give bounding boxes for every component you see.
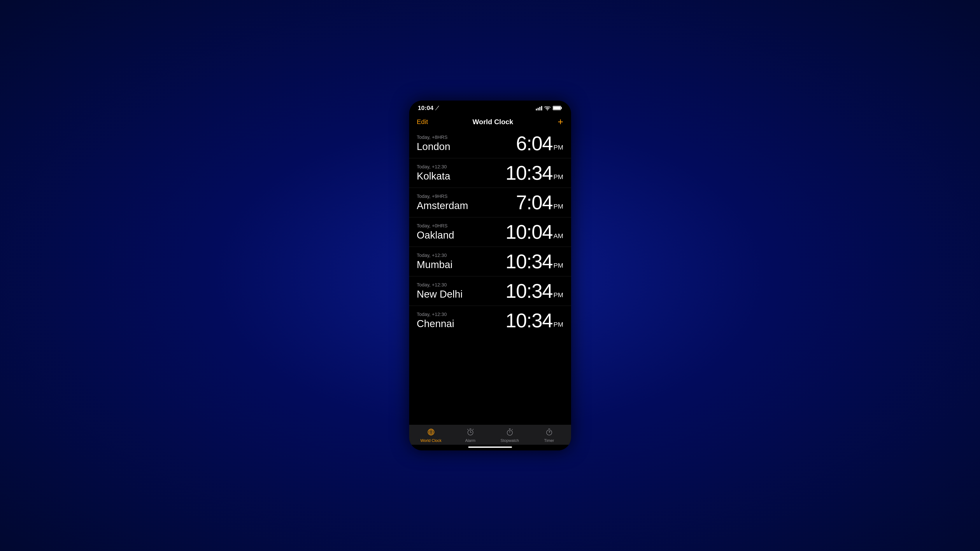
status-icons	[536, 106, 562, 110]
chennai-timezone: Today, +12:30	[417, 311, 454, 317]
tab-alarm[interactable]: Alarm	[451, 428, 490, 443]
amsterdam-ampm: PM	[554, 203, 563, 210]
clock-item-newdelhi: Today, +12:30 New Delhi 10:34 PM	[409, 276, 571, 306]
world-clock-icon	[427, 428, 435, 437]
svg-line-17	[512, 429, 513, 430]
newdelhi-time: 10:34	[506, 281, 552, 301]
mumbai-timezone: Today, +12:30	[417, 252, 453, 258]
chennai-city: Chennai	[417, 318, 454, 330]
clock-item-mumbai: Today, +12:30 Mumbai 10:34 PM	[409, 247, 571, 276]
add-button[interactable]: +	[558, 117, 563, 127]
clock-item-kolkata: Today, +12:30 Kolkata 10:34 PM	[409, 158, 571, 188]
newdelhi-timezone: Today, +12:30	[417, 282, 463, 288]
oakland-city: Oakland	[417, 229, 454, 241]
mumbai-ampm: PM	[554, 262, 563, 269]
svg-rect-2	[553, 106, 560, 110]
oakland-ampm: AM	[554, 232, 563, 240]
amsterdam-city: Amsterdam	[417, 200, 468, 211]
chennai-ampm: PM	[554, 321, 563, 328]
oakland-time: 10:04	[506, 222, 552, 242]
wifi-icon	[544, 106, 550, 110]
edit-button[interactable]: Edit	[417, 118, 428, 125]
status-time: 10:04	[418, 105, 439, 111]
clock-item-chennai: Today, +12:30 Chennai 10:34 PM	[409, 306, 571, 335]
oakland-timezone: Today, +0HRS	[417, 223, 454, 229]
tab-timer[interactable]: Timer	[530, 428, 569, 443]
timer-icon	[545, 428, 553, 437]
london-ampm: PM	[554, 144, 563, 151]
tab-bar: World Clock Alarm	[409, 425, 571, 445]
home-indicator	[409, 445, 571, 450]
kolkata-time: 10:34	[506, 163, 552, 183]
tab-timer-label: Timer	[544, 438, 554, 443]
tab-stopwatch[interactable]: Stopwatch	[490, 428, 530, 443]
navigation-bar: Edit World Clock +	[409, 114, 571, 129]
mumbai-city: Mumbai	[417, 259, 453, 270]
mumbai-time: 10:34	[506, 252, 552, 272]
chennai-time: 10:34	[506, 311, 552, 330]
london-city: London	[417, 141, 450, 152]
tab-world-clock[interactable]: World Clock	[411, 428, 451, 443]
svg-line-11	[467, 429, 468, 430]
home-bar	[468, 446, 512, 448]
amsterdam-time: 7:04	[516, 193, 552, 212]
clock-list: Today, +8HRS London 6:04 PM Today, +12:3…	[409, 129, 571, 425]
kolkata-timezone: Today, +12:30	[417, 164, 450, 170]
battery-icon	[553, 106, 562, 110]
clock-item-amsterdam: Today, +9HRS Amsterdam 7:04 PM	[409, 188, 571, 218]
location-arrow-icon	[435, 106, 439, 110]
newdelhi-city: New Delhi	[417, 288, 463, 300]
kolkata-city: Kolkata	[417, 170, 450, 182]
tab-stopwatch-label: Stopwatch	[500, 438, 519, 443]
newdelhi-ampm: PM	[554, 291, 563, 299]
alarm-icon	[466, 428, 474, 437]
clock-item-oakland: Today, +0HRS Oakland 10:04 AM	[409, 218, 571, 247]
signal-bars-icon	[536, 106, 542, 110]
clock-item-london: Today, +8HRS London 6:04 PM	[409, 129, 571, 158]
kolkata-ampm: PM	[554, 173, 563, 181]
svg-rect-1	[561, 107, 562, 109]
status-bar: 10:04	[409, 100, 571, 114]
page-title: World Clock	[473, 118, 513, 126]
time-display: 10:04	[418, 105, 434, 111]
tab-world-clock-label: World Clock	[420, 438, 442, 443]
tab-alarm-label: Alarm	[465, 438, 476, 443]
london-time: 6:04	[516, 133, 552, 153]
stopwatch-icon	[506, 428, 514, 437]
amsterdam-timezone: Today, +9HRS	[417, 194, 468, 199]
phone-frame: 10:04 Edit World Cloc	[409, 100, 571, 450]
svg-line-12	[473, 429, 474, 430]
london-timezone: Today, +8HRS	[417, 135, 450, 140]
